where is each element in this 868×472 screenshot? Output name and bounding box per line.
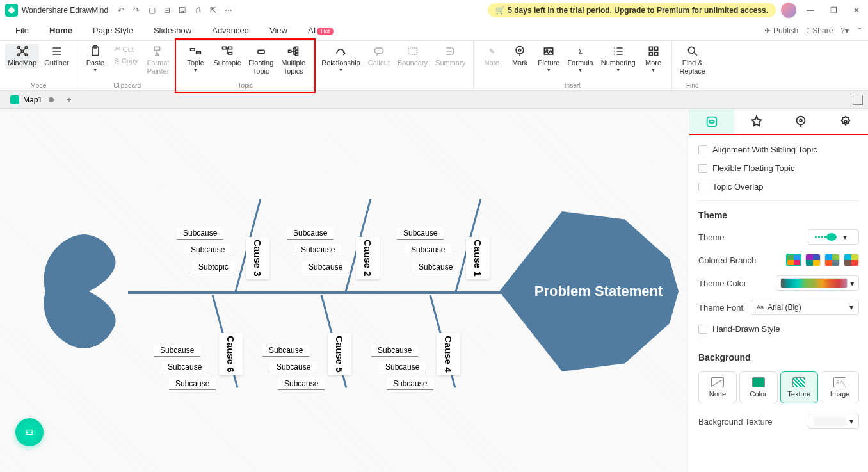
menu-ai[interactable]: AIHot [298, 23, 344, 38]
cause-4-sub-3[interactable]: Subcause [387, 378, 433, 390]
cause-3-sub-1[interactable]: Subcause [177, 227, 223, 240]
group-mode: MindMap Outliner Mode [0, 41, 77, 90]
collapse-ribbon-button[interactable]: ⌃ [856, 26, 863, 35]
summary-button[interactable]: Summary [433, 44, 468, 69]
callout-button[interactable]: Callout [366, 44, 392, 69]
cause-4-label[interactable]: Cause 4 [437, 333, 460, 375]
paste-button[interactable]: Paste ▼ [83, 44, 108, 74]
undo-icon[interactable]: ↶ [116, 5, 126, 15]
check-hand-drawn[interactable]: Hand-Drawn Style [698, 324, 859, 334]
publish-icon: ✈ [764, 26, 771, 35]
menu-advanced[interactable]: Advanced [202, 23, 259, 38]
mindmap-button[interactable]: MindMap [5, 44, 39, 69]
bg-option-color[interactable]: Color [739, 371, 778, 403]
chat-fab[interactable] [15, 418, 44, 446]
cause-2-sub-3[interactable]: Subcause [302, 261, 349, 273]
menu-slideshow[interactable]: Slideshow [143, 23, 202, 38]
publish-button[interactable]: ✈Publish [764, 26, 798, 35]
print-icon[interactable]: ⎙ [193, 5, 203, 15]
section-title-theme: Theme [698, 210, 859, 220]
formula-button[interactable]: ΣFormula▼ [565, 44, 595, 74]
theme-color-dropdown[interactable]: ▾ [776, 275, 859, 291]
check-overlap[interactable]: Topic Overlap [698, 182, 859, 191]
document-tab[interactable]: Map1 [5, 93, 59, 107]
cause-1-sub-2[interactable]: Subcause [405, 244, 451, 256]
cause-3-sub-2[interactable]: Subcause [184, 244, 231, 256]
menu-file[interactable]: File [5, 23, 39, 38]
menu-page-style[interactable]: Page Style [83, 23, 143, 38]
checkbox[interactable] [698, 325, 707, 334]
cause-3-sub-3[interactable]: Subtopic [192, 261, 235, 273]
add-tab-button[interactable]: + [64, 95, 74, 105]
check-flexible[interactable]: Flexible Floating Topic [698, 163, 859, 173]
cause-1-sub-3[interactable]: Subcause [412, 261, 459, 273]
boundary-button[interactable]: Boundary [395, 44, 430, 69]
open-icon[interactable]: ⊟ [162, 5, 172, 15]
cause-3-label[interactable]: Cause 3 [246, 237, 269, 279]
new-icon[interactable]: ▢ [147, 5, 157, 15]
find-replace-button[interactable]: Find & Replace [677, 44, 708, 77]
formula-icon: Σ [574, 45, 587, 58]
theme-dropdown[interactable]: ▾ [808, 229, 859, 245]
swatch-1[interactable] [786, 254, 801, 266]
cause-5-label[interactable]: Cause 5 [328, 333, 351, 375]
label-colored-branch: Colored Branch [698, 256, 756, 265]
bg-option-none[interactable]: None [698, 371, 737, 403]
bg-option-texture[interactable]: Texture [780, 371, 819, 403]
bg-option-image[interactable]: Image [821, 371, 859, 403]
relationship-button[interactable]: Relationship ▼ [319, 44, 363, 74]
maximize-button[interactable]: ❐ [827, 4, 840, 17]
mark-button[interactable]: Mark [507, 44, 533, 69]
checkbox[interactable] [698, 183, 707, 191]
cause-1-sub-1[interactable]: Subcause [397, 227, 444, 240]
check-alignment[interactable]: Alignment With Sibling Topic [698, 145, 859, 154]
cause-6-label[interactable]: Cause 6 [219, 333, 243, 375]
trial-banner[interactable]: 🛒 5 days left in the trial period. Upgra… [488, 3, 776, 17]
cause-4-sub-1[interactable]: Subcause [371, 345, 418, 357]
fish-head[interactable]: Problem Statement [499, 211, 679, 371]
format-painter-button[interactable]: Format Painter [144, 44, 172, 77]
minimize-button[interactable]: — [804, 4, 817, 17]
cause-4-sub-2[interactable]: Subcause [379, 361, 426, 373]
checkbox[interactable] [698, 164, 707, 173]
cause-6-sub-3[interactable]: Subcause [169, 378, 216, 390]
theme-font-dropdown[interactable]: AaArial (Big)▾ [751, 300, 859, 315]
checkbox[interactable] [698, 145, 707, 154]
cause-6-sub-2[interactable]: Subcause [161, 361, 208, 373]
menu-view[interactable]: View [259, 23, 298, 38]
more-button[interactable]: More▼ [641, 44, 666, 74]
export-icon[interactable]: ⇱ [208, 5, 218, 15]
menu-home[interactable]: Home [39, 23, 83, 38]
cause-5-sub-1[interactable]: Subcause [262, 345, 309, 357]
toggle-panel-button[interactable] [853, 95, 863, 105]
numbering-button[interactable]: Numbering▼ [599, 44, 638, 74]
swatch-2[interactable] [805, 254, 821, 266]
svg-rect-25 [649, 53, 652, 56]
close-button[interactable]: ✕ [850, 4, 863, 17]
cause-5-sub-3[interactable]: Subcause [278, 378, 325, 390]
redo-icon[interactable]: ↷ [131, 5, 141, 15]
cause-2-label[interactable]: Cause 2 [356, 237, 380, 279]
share-button[interactable]: ⤴Share [806, 26, 833, 35]
bg-texture-dropdown[interactable]: ▾ [808, 414, 859, 429]
more-icon[interactable]: ⋯ [223, 5, 234, 15]
avatar[interactable] [781, 3, 796, 18]
copy-button[interactable]: ⎘Copy [111, 56, 142, 66]
save-icon[interactable]: 🖫 [177, 5, 188, 15]
swatch-4[interactable] [844, 254, 859, 266]
callout-icon [373, 45, 385, 58]
cut-button[interactable]: ✂Cut [111, 44, 142, 54]
cause-5-sub-2[interactable]: Subcause [270, 361, 317, 373]
cause-2-sub-1[interactable]: Subcause [287, 227, 334, 240]
canvas[interactable]: Problem Statement Cause 1 Subcause Subca… [0, 109, 689, 472]
picture-button[interactable]: Picture▼ [535, 44, 562, 74]
help-button[interactable]: ?▾ [840, 26, 849, 35]
fishbone-diagram[interactable]: Problem Statement Cause 1 Subcause Subca… [38, 173, 679, 410]
cause-2-sub-2[interactable]: Subcause [294, 244, 341, 256]
swatch-3[interactable] [824, 254, 840, 266]
document-tabbar: Map1 + [0, 91, 868, 109]
cause-1-label[interactable]: Cause 1 [466, 237, 490, 279]
outliner-button[interactable]: Outliner [42, 44, 72, 69]
note-button[interactable]: ✎Note [479, 44, 504, 69]
cause-6-sub-1[interactable]: Subcause [154, 345, 200, 357]
